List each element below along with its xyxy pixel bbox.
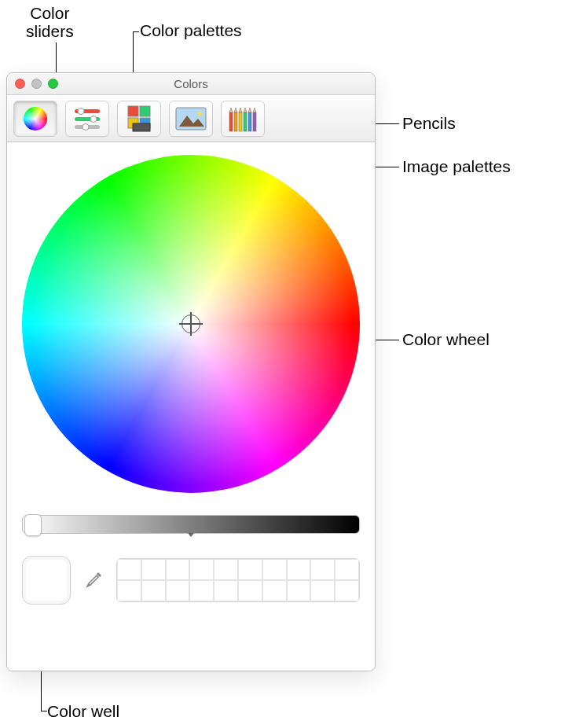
svg-rect-23 bbox=[248, 112, 251, 131]
swatch[interactable] bbox=[189, 559, 214, 580]
swatch[interactable] bbox=[189, 580, 214, 601]
svg-rect-19 bbox=[239, 112, 242, 131]
svg-rect-25 bbox=[253, 112, 256, 131]
close-button[interactable] bbox=[15, 79, 25, 89]
toolbar bbox=[7, 95, 375, 142]
svg-marker-16 bbox=[229, 108, 233, 112]
svg-rect-15 bbox=[229, 112, 233, 131]
tab-pencils[interactable] bbox=[221, 101, 265, 137]
callout-color-sliders: Colorsliders bbox=[26, 4, 74, 40]
sliders-icon bbox=[72, 106, 103, 131]
callout-color-palettes: Color palettes bbox=[140, 21, 242, 40]
swatch[interactable] bbox=[238, 559, 262, 580]
svg-point-4 bbox=[78, 108, 84, 114]
svg-rect-21 bbox=[244, 112, 247, 131]
brightness-thumb[interactable] bbox=[24, 514, 42, 536]
svg-point-5 bbox=[90, 116, 97, 122]
swatch[interactable] bbox=[166, 559, 190, 580]
tab-color-sliders[interactable] bbox=[65, 101, 109, 137]
color-wheel-icon bbox=[21, 105, 50, 133]
brightness-slider[interactable] bbox=[22, 515, 360, 534]
svg-marker-22 bbox=[244, 108, 247, 112]
svg-rect-17 bbox=[234, 112, 237, 131]
minimize-button[interactable] bbox=[31, 79, 42, 89]
bottom-row bbox=[22, 556, 360, 605]
swatch[interactable] bbox=[335, 559, 359, 580]
brightness-tick bbox=[188, 533, 194, 537]
zoom-button[interactable] bbox=[48, 79, 58, 89]
swatch[interactable] bbox=[262, 580, 287, 601]
svg-marker-20 bbox=[239, 108, 242, 112]
callout-line bbox=[41, 671, 42, 711]
callout-text: Colorsliders bbox=[26, 4, 74, 40]
swatch[interactable] bbox=[141, 559, 166, 580]
content-area bbox=[7, 142, 375, 671]
swatch[interactable] bbox=[117, 580, 141, 601]
swatch-grid bbox=[116, 558, 360, 602]
eyedropper-icon bbox=[83, 570, 104, 590]
swatch[interactable] bbox=[287, 580, 311, 601]
tab-image-palettes[interactable] bbox=[169, 101, 213, 137]
svg-marker-24 bbox=[248, 108, 251, 112]
swatch[interactable] bbox=[262, 559, 287, 580]
svg-marker-26 bbox=[253, 108, 256, 112]
callout-line bbox=[133, 31, 139, 32]
callout-image-palettes: Image palettes bbox=[402, 157, 511, 176]
image-icon bbox=[174, 106, 207, 131]
swatch[interactable] bbox=[238, 580, 262, 601]
svg-point-14 bbox=[197, 112, 202, 116]
swatch[interactable] bbox=[214, 580, 238, 601]
swatch[interactable] bbox=[310, 580, 335, 601]
colors-window: Colors bbox=[6, 72, 376, 671]
tab-color-wheel[interactable] bbox=[13, 101, 57, 137]
traffic-lights bbox=[7, 79, 58, 89]
swatch[interactable] bbox=[310, 559, 335, 580]
pencils-icon bbox=[227, 105, 258, 133]
color-well[interactable] bbox=[22, 556, 71, 605]
svg-rect-11 bbox=[133, 123, 150, 131]
svg-point-6 bbox=[82, 123, 89, 130]
callout-color-wheel: Color wheel bbox=[402, 330, 490, 349]
svg-rect-8 bbox=[140, 106, 150, 116]
swatch[interactable] bbox=[335, 580, 359, 601]
titlebar: Colors bbox=[7, 73, 375, 95]
callout-pencils: Pencils bbox=[402, 114, 456, 133]
swatch[interactable] bbox=[287, 559, 311, 580]
callout-line bbox=[41, 711, 47, 711]
svg-rect-7 bbox=[128, 106, 138, 116]
tab-color-palettes[interactable] bbox=[117, 101, 161, 137]
color-wheel-crosshair[interactable] bbox=[182, 314, 200, 333]
palettes-icon bbox=[123, 105, 155, 133]
swatch[interactable] bbox=[214, 559, 238, 580]
window-title: Colors bbox=[7, 77, 375, 90]
swatch[interactable] bbox=[117, 559, 141, 580]
color-wheel[interactable] bbox=[22, 155, 360, 493]
swatch[interactable] bbox=[141, 580, 166, 601]
svg-marker-18 bbox=[234, 108, 237, 112]
swatch[interactable] bbox=[166, 580, 190, 601]
eyedropper-button[interactable] bbox=[82, 568, 105, 592]
callout-color-well: Color well bbox=[47, 702, 119, 721]
